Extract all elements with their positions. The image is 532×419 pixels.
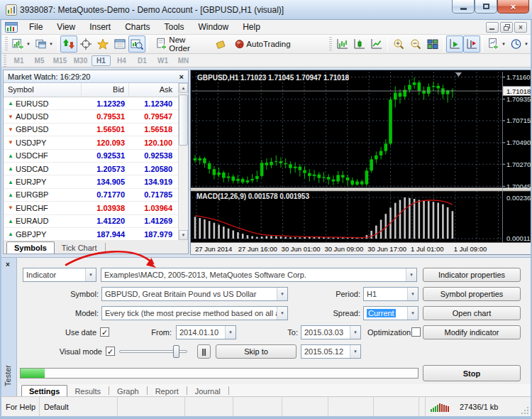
quote-row[interactable]: ▼USDJPY120.093120.100 xyxy=(4,136,188,149)
resize-grip[interactable] xyxy=(519,397,531,416)
indicators-button[interactable]: ▼ xyxy=(485,36,508,53)
scroll-down-icon[interactable]: ▼ xyxy=(179,230,188,240)
model-select[interactable]: Every tick (the most precise method base… xyxy=(101,306,288,320)
timeframe-mn[interactable]: MN xyxy=(174,55,193,66)
skip-date-select[interactable]: 2015.05.12 ▼ xyxy=(301,344,361,359)
toolbar-grip[interactable] xyxy=(4,53,6,67)
periods-button[interactable]: ▼ xyxy=(508,36,531,53)
open-chart-button[interactable]: Open chart xyxy=(423,306,521,320)
column-header-bid[interactable]: Bid xyxy=(82,83,129,97)
indicator-select[interactable]: Examples\MACD, 2005-2013, MetaQuotes Sof… xyxy=(101,268,417,282)
menu-item-charts[interactable]: Charts xyxy=(118,21,157,33)
combo-arrow-icon[interactable]: ▼ xyxy=(277,307,287,320)
timeframe-w1[interactable]: W1 xyxy=(153,55,172,66)
window-minimize-button[interactable] xyxy=(452,0,475,13)
new-chart-button[interactable]: ▼ xyxy=(10,36,33,53)
period-select[interactable]: H1 ▼ xyxy=(363,287,419,301)
strategy-tester-button[interactable] xyxy=(128,36,145,53)
timeframe-d1[interactable]: D1 xyxy=(133,55,152,66)
column-header-ask[interactable]: Ask xyxy=(129,83,177,97)
tab-journal[interactable]: Journal xyxy=(188,386,228,397)
new-order-button[interactable]: New Order xyxy=(150,36,212,53)
quote-row[interactable]: ▲EURUSD1.123291.12340 xyxy=(4,97,188,110)
slider-thumb[interactable] xyxy=(173,345,179,358)
toolbar-grip[interactable] xyxy=(329,37,332,51)
market-watch-scrollbar[interactable]: ▲ ▼ xyxy=(178,83,188,240)
symbol-select[interactable]: GBPUSD, Great Britain Pound vs US Dollar… xyxy=(101,287,288,301)
tab-report[interactable]: Report xyxy=(148,386,186,397)
quote-row[interactable]: ▲USDCAD1.205731.20580 xyxy=(4,163,188,175)
expert-advisors-button[interactable] xyxy=(212,36,229,53)
tab-tick-chart[interactable]: Tick Chart xyxy=(55,242,104,254)
market-watch-close-button[interactable]: × xyxy=(178,72,185,81)
optimization-checkbox[interactable] xyxy=(411,327,421,337)
menu-item-insert[interactable]: Insert xyxy=(82,21,118,33)
visual-speed-slider[interactable] xyxy=(119,345,187,358)
market-watch-toggle[interactable] xyxy=(60,36,77,53)
modify-indicator-button[interactable]: Modify indicator xyxy=(423,325,521,339)
timeframe-m5[interactable]: M5 xyxy=(30,55,49,66)
scrollbar-thumb[interactable] xyxy=(179,94,188,146)
step-to-end-button[interactable] xyxy=(463,36,480,53)
status-profile[interactable]: Default xyxy=(40,397,118,416)
menu-item-tools[interactable]: Tools xyxy=(157,21,192,33)
combo-arrow-icon[interactable]: ▼ xyxy=(225,326,235,339)
quote-row[interactable]: ▲GBPJPY187.944187.979 xyxy=(4,228,188,241)
menu-item-file[interactable]: File xyxy=(22,21,50,33)
toolbar-grip[interactable] xyxy=(5,37,8,51)
combo-arrow-icon[interactable]: ▼ xyxy=(407,288,418,300)
spread-select[interactable]: Current ▼ xyxy=(363,306,419,320)
to-date-select[interactable]: 2015.03.03 ▼ xyxy=(301,325,361,339)
bar-chart-button[interactable] xyxy=(334,36,351,53)
timeframe-h1[interactable]: H1 xyxy=(92,55,111,66)
candlestick-button[interactable] xyxy=(351,36,368,53)
timeframe-m30[interactable]: M30 xyxy=(71,55,90,66)
combo-arrow-icon[interactable]: ▼ xyxy=(406,268,416,281)
tab-graph[interactable]: Graph xyxy=(110,386,146,397)
window-close-button[interactable]: × xyxy=(497,0,529,13)
crosshair-button[interactable] xyxy=(77,36,94,53)
quote-row[interactable]: ▲EURGBP0.717700.71785 xyxy=(4,189,188,202)
tab-settings[interactable]: Settings xyxy=(21,385,67,397)
data-window-button[interactable] xyxy=(111,36,128,53)
menu-item-help[interactable]: Help xyxy=(235,21,267,33)
symbol-properties-button[interactable]: Symbol properties xyxy=(423,287,521,301)
quote-row[interactable]: ▼AUDUSD0.795310.79547 xyxy=(4,110,188,123)
use-date-checkbox[interactable] xyxy=(100,327,109,337)
menu-item-view[interactable]: View xyxy=(50,21,82,33)
market-watch-header[interactable]: Market Watch: 16:29:20 × xyxy=(4,70,188,83)
mdi-close-button[interactable]: × xyxy=(514,22,527,33)
tester-close-button[interactable]: × xyxy=(6,261,10,268)
autotrading-button[interactable]: AutoTrading xyxy=(229,36,296,53)
combo-arrow-icon[interactable]: ▼ xyxy=(350,345,360,358)
title-bar[interactable]: 3938087: MetaQuotes-Demo - Demo Account … xyxy=(0,0,532,20)
price-chart[interactable]: 1.711601.709351.707151.704901.702701.700… xyxy=(191,70,531,254)
indicator-properties-button[interactable]: Indicator properties xyxy=(423,268,521,282)
favorites-button[interactable] xyxy=(94,36,111,53)
mdi-restore-button[interactable] xyxy=(500,22,513,33)
scroll-up-icon[interactable]: ▲ xyxy=(179,83,188,93)
tab-symbols[interactable]: Symbols xyxy=(6,241,55,254)
tester-type-select[interactable]: Indicator ▼ xyxy=(23,268,96,282)
quote-row[interactable]: ▼GBPUSD1.565011.56518 xyxy=(4,124,188,136)
line-chart-button[interactable] xyxy=(368,36,385,53)
quote-row[interactable]: ▲EURAUD1.412201.41269 xyxy=(4,215,188,228)
menu-item-window[interactable]: Window xyxy=(192,21,236,33)
combo-arrow-icon[interactable]: ▼ xyxy=(85,268,96,281)
quote-row[interactable]: ▲EURJPY134.905134.919 xyxy=(4,175,188,188)
zoom-in-button[interactable] xyxy=(390,36,407,53)
quote-row[interactable]: ▲USDCHF0.925310.92538 xyxy=(4,150,188,163)
from-date-select[interactable]: 2014.01.10 ▼ xyxy=(176,325,236,339)
quote-row[interactable]: ▼EURCHF1.039381.03964 xyxy=(4,202,188,214)
pause-button[interactable]: || xyxy=(197,344,211,359)
visual-mode-checkbox[interactable] xyxy=(106,347,115,356)
stop-button[interactable]: Stop xyxy=(423,365,521,381)
combo-arrow-icon[interactable]: ▼ xyxy=(407,307,418,320)
timeframe-m15[interactable]: M15 xyxy=(50,55,70,66)
column-header-symbol[interactable]: Symbol xyxy=(4,83,82,97)
timeframe-h4[interactable]: H4 xyxy=(112,55,131,66)
combo-arrow-icon[interactable]: ▼ xyxy=(350,326,360,339)
skip-to-button[interactable]: Skip to xyxy=(216,344,297,359)
tab-results[interactable]: Results xyxy=(67,386,108,397)
window-maximize-button[interactable] xyxy=(475,0,497,13)
